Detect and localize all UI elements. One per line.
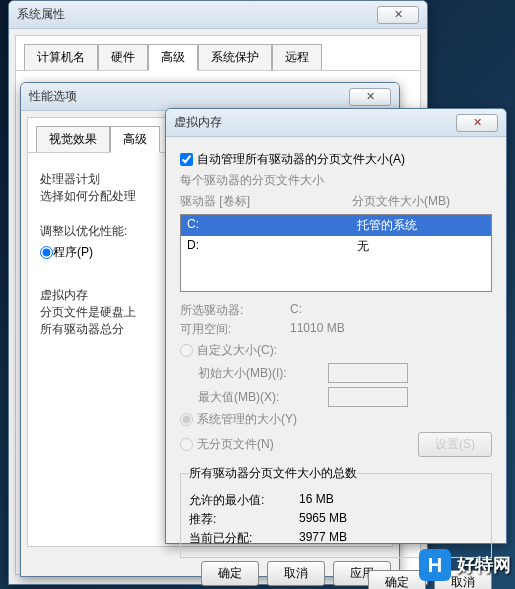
list-item[interactable]: D: 无 bbox=[181, 236, 491, 257]
tab-advanced[interactable]: 高级 bbox=[148, 44, 198, 71]
drive-letter: C: bbox=[181, 215, 351, 236]
recommended-value: 5965 MB bbox=[299, 511, 347, 528]
selected-drive-row: 所选驱动器: C: bbox=[180, 302, 492, 319]
max-size-input bbox=[328, 387, 408, 407]
max-size-label: 最大值(MB)(X): bbox=[198, 389, 328, 406]
custom-size-row: 自定义大小(C): bbox=[180, 342, 492, 359]
col-size: 分页文件大小(MB) bbox=[352, 193, 492, 210]
no-paging-label: 无分页文件(N) bbox=[197, 436, 418, 453]
drive-letter: D: bbox=[181, 236, 351, 257]
max-size-row: 最大值(MB)(X): bbox=[180, 387, 492, 407]
drive-list[interactable]: C: 托管的系统 D: 无 bbox=[180, 214, 492, 292]
available-space-row: 可用空间: 11010 MB bbox=[180, 321, 492, 338]
dialog-body: 自动管理所有驱动器的分页文件大小(A) 每个驱动器的分页文件大小 驱动器 [卷标… bbox=[166, 137, 506, 589]
titlebar: 虚拟内存 ✕ bbox=[166, 109, 506, 137]
auto-manage-row: 自动管理所有驱动器的分页文件大小(A) bbox=[180, 151, 492, 168]
totals-legend: 所有驱动器分页文件大小的总数 bbox=[189, 465, 357, 482]
system-managed-radio bbox=[180, 413, 193, 426]
tab-computer-name[interactable]: 计算机名 bbox=[24, 44, 98, 71]
available-space-value: 11010 MB bbox=[290, 321, 345, 338]
tab-system-protection[interactable]: 系统保护 bbox=[198, 44, 272, 71]
min-row: 允许的最小值: 16 MB bbox=[189, 492, 483, 509]
list-header-labels: 驱动器 [卷标] 分页文件大小(MB) bbox=[180, 193, 492, 210]
tab-remote[interactable]: 远程 bbox=[272, 44, 322, 71]
programs-label: 程序(P) bbox=[53, 244, 93, 261]
system-managed-label: 系统管理的大小(Y) bbox=[197, 411, 297, 428]
window-title: 系统属性 bbox=[17, 6, 377, 23]
tab-hardware[interactable]: 硬件 bbox=[98, 44, 148, 71]
window-title: 性能选项 bbox=[29, 88, 349, 105]
totals-group: 所有驱动器分页文件大小的总数 允许的最小值: 16 MB 推荐: 5965 MB… bbox=[180, 465, 492, 558]
set-button: 设置(S) bbox=[418, 432, 492, 457]
tab-visual-effects[interactable]: 视觉效果 bbox=[36, 126, 110, 153]
no-paging-radio bbox=[180, 438, 193, 451]
window-title: 虚拟内存 bbox=[174, 114, 456, 131]
tab-strip: 计算机名 硬件 高级 系统保护 远程 bbox=[15, 35, 421, 70]
current-value: 3977 MB bbox=[299, 530, 347, 547]
close-icon[interactable]: ✕ bbox=[377, 6, 419, 24]
min-label: 允许的最小值: bbox=[189, 492, 299, 509]
titlebar: 系统属性 ✕ bbox=[9, 1, 427, 29]
initial-size-input bbox=[328, 363, 408, 383]
logo-icon: H bbox=[419, 549, 451, 581]
logo-text: 好特网 bbox=[457, 553, 511, 577]
no-paging-row: 无分页文件(N) 设置(S) bbox=[180, 432, 492, 457]
each-drive-label: 每个驱动器的分页文件大小 bbox=[180, 172, 492, 189]
ok-button[interactable]: 确定 bbox=[368, 570, 426, 589]
custom-size-radio bbox=[180, 344, 193, 357]
watermark-logo: H 好特网 bbox=[419, 549, 511, 581]
initial-size-row: 初始大小(MB)(I): bbox=[180, 363, 492, 383]
drive-value: 无 bbox=[351, 236, 491, 257]
titlebar: 性能选项 ✕ bbox=[21, 83, 399, 111]
system-managed-row: 系统管理的大小(Y) bbox=[180, 411, 492, 428]
selected-drive-label: 所选驱动器: bbox=[180, 302, 290, 319]
virtual-memory-window: 虚拟内存 ✕ 自动管理所有驱动器的分页文件大小(A) 每个驱动器的分页文件大小 … bbox=[165, 108, 507, 544]
drive-value: 托管的系统 bbox=[351, 215, 491, 236]
close-icon[interactable]: ✕ bbox=[456, 114, 498, 132]
list-item[interactable]: C: 托管的系统 bbox=[181, 215, 491, 236]
tab-advanced[interactable]: 高级 bbox=[110, 126, 160, 153]
current-row: 当前已分配: 3977 MB bbox=[189, 530, 483, 547]
custom-size-label: 自定义大小(C): bbox=[197, 342, 277, 359]
selected-drive-value: C: bbox=[290, 302, 302, 319]
close-icon[interactable]: ✕ bbox=[349, 88, 391, 106]
min-value: 16 MB bbox=[299, 492, 334, 509]
col-drive: 驱动器 [卷标] bbox=[180, 193, 352, 210]
programs-radio[interactable] bbox=[40, 246, 53, 259]
current-label: 当前已分配: bbox=[189, 530, 299, 547]
auto-manage-checkbox[interactable] bbox=[180, 153, 193, 166]
initial-size-label: 初始大小(MB)(I): bbox=[198, 365, 328, 382]
recommended-row: 推荐: 5965 MB bbox=[189, 511, 483, 528]
auto-manage-label: 自动管理所有驱动器的分页文件大小(A) bbox=[197, 151, 405, 168]
recommended-label: 推荐: bbox=[189, 511, 299, 528]
available-space-label: 可用空间: bbox=[180, 321, 290, 338]
